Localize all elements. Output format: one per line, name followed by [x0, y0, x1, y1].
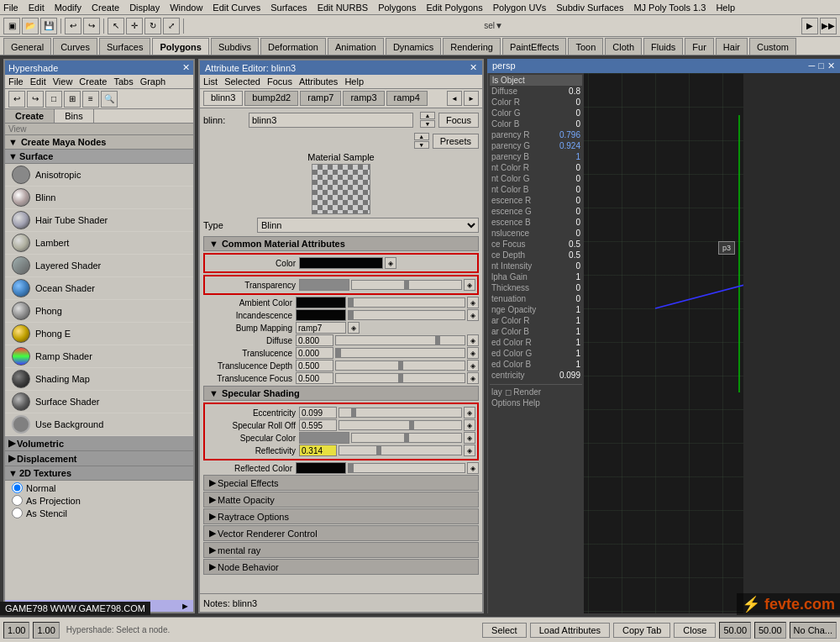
diffuse-connect-btn[interactable]: ◈ [467, 334, 479, 346]
tab-toon[interactable]: Toon [568, 38, 603, 55]
raytrace-header[interactable]: ▶ Raytrace Options [203, 508, 479, 524]
hs-toolbar-btn6[interactable]: 🔍 [101, 91, 118, 108]
type-select[interactable]: Blinn [257, 218, 479, 233]
tab-surfaces[interactable]: Surfaces [99, 38, 150, 55]
node-layered[interactable]: Layered Shader [5, 255, 193, 277]
select-button[interactable]: Select [482, 623, 527, 638]
node-anisotropic[interactable]: Anisotropic [5, 164, 193, 187]
specular-shading-header[interactable]: ▼ Specular Shading [203, 386, 479, 401]
stencil-radio[interactable] [12, 508, 23, 518]
spec-color-swatch[interactable] [299, 432, 349, 444]
ambient-swatch[interactable] [296, 297, 346, 308]
scroll-left-icon[interactable]: ◄ [8, 601, 18, 611]
diffuse-slider[interactable] [335, 335, 465, 345]
viewport-max-icon[interactable]: □ [818, 61, 824, 71]
spec-color-connect-btn[interactable]: ◈ [464, 432, 475, 444]
close-button[interactable]: Close [674, 623, 716, 638]
attr-close-icon[interactable]: ✕ [470, 62, 477, 73]
special-effects-header[interactable]: ▶ Special Effects [203, 475, 479, 491]
toolbar-select[interactable]: ↖ [108, 18, 124, 34]
scroll-right-icon[interactable]: ► [181, 601, 190, 611]
attr-tab-ramp7[interactable]: ramp7 [300, 91, 341, 106]
bump-value[interactable] [296, 322, 346, 334]
viewport-close-icon[interactable]: ✕ [827, 61, 835, 71]
toolbar-redo[interactable]: ↪ [83, 18, 100, 34]
spec-rolloff-value[interactable] [299, 419, 337, 431]
tab-general[interactable]: General [3, 38, 51, 55]
translucence-focus-connect-btn[interactable]: ◈ [467, 372, 479, 384]
toolbar-scale[interactable]: ⤢ [163, 18, 180, 34]
eccentricity-connect-btn[interactable]: ◈ [464, 407, 475, 418]
node-ocean[interactable]: Ocean Shader [5, 277, 193, 300]
node-shading-map[interactable]: Shading Map [5, 368, 193, 391]
hs-tab-create[interactable]: Create [5, 109, 55, 123]
attr-tab-ramp3[interactable]: ramp3 [343, 91, 384, 106]
mental-ray-header[interactable]: ▶ mental ray [203, 542, 479, 558]
node-surface-shader[interactable]: Surface Shader [5, 391, 193, 413]
ambient-slider[interactable] [348, 297, 465, 308]
attr-tab-blinn3[interactable]: blinn3 [203, 91, 243, 106]
spec-rolloff-connect-btn[interactable]: ◈ [464, 419, 475, 431]
hs-menu-tabs[interactable]: Tabs [113, 76, 133, 87]
presets-button[interactable]: Presets [433, 134, 479, 149]
node-use-background[interactable]: Use Background [5, 413, 193, 436]
hs-menu-edit[interactable]: Edit [30, 76, 46, 87]
bump-connect-btn[interactable]: ◈ [348, 322, 360, 334]
menu-edit-curves[interactable]: Edit Curves [213, 3, 260, 13]
reflectivity-connect-btn[interactable]: ◈ [464, 445, 475, 456]
common-material-header[interactable]: ▼ Common Material Attributes [203, 236, 479, 251]
menu-file[interactable]: File [3, 3, 18, 13]
menu-modify[interactable]: Modify [55, 3, 81, 13]
hs-toolbar-btn4[interactable]: ⊞ [64, 91, 81, 108]
node-phong[interactable]: Phong [5, 300, 193, 323]
material-sample-swatch[interactable] [312, 164, 370, 214]
hs-menu-create[interactable]: Create [79, 76, 107, 87]
toolbar-render[interactable]: ▶ [801, 18, 818, 34]
translucence-connect-btn[interactable]: ◈ [467, 347, 479, 359]
stencil-radio-label[interactable]: As Stencil [12, 508, 186, 518]
spec-rolloff-slider[interactable] [339, 420, 462, 430]
attr-prev-btn[interactable]: ◄ [447, 91, 462, 106]
node-ramp[interactable]: Ramp Shader [5, 345, 193, 368]
menu-edit[interactable]: Edit [29, 3, 45, 13]
menu-subdiv[interactable]: Subdiv Surfaces [556, 3, 623, 13]
hs-tab-bins[interactable]: Bins [55, 109, 93, 123]
menu-surfaces[interactable]: Surfaces [270, 3, 307, 13]
attr-menu-selected[interactable]: Selected [224, 76, 260, 87]
surface-section-header[interactable]: ▼ Surface [5, 150, 193, 164]
projection-radio-label[interactable]: As Projection [12, 495, 186, 506]
focus-button[interactable]: Focus [438, 113, 479, 128]
tab-dynamics[interactable]: Dynamics [386, 38, 441, 55]
eccentricity-slider[interactable] [339, 408, 462, 418]
tab-curves[interactable]: Curves [53, 38, 97, 55]
presets-arrow-up[interactable]: ▲ [414, 133, 429, 140]
tab-fluids[interactable]: Fluids [643, 38, 683, 55]
transparency-swatch[interactable] [299, 279, 349, 291]
eccentricity-value[interactable] [299, 407, 337, 418]
attr-tab-ramp4[interactable]: ramp4 [386, 91, 428, 106]
node-lambert[interactable]: Lambert [5, 232, 193, 255]
toolbar-save[interactable]: 💾 [40, 18, 57, 34]
attr-next-btn[interactable]: ► [464, 91, 479, 106]
menu-create[interactable]: Create [92, 3, 119, 13]
tab-custom[interactable]: Custom [749, 38, 796, 55]
tab-fur[interactable]: Fur [685, 38, 714, 55]
p3-node[interactable]: p3 [718, 241, 735, 255]
reflectivity-slider[interactable] [339, 445, 462, 455]
normal-radio-label[interactable]: Normal [12, 482, 186, 493]
hs-toolbar-btn5[interactable]: ≡ [82, 91, 99, 108]
incandescence-connect-btn[interactable]: ◈ [467, 309, 479, 321]
transparency-slider[interactable] [351, 280, 462, 290]
menu-help[interactable]: Help [716, 3, 735, 13]
vector-renderer-header[interactable]: ▶ Vector Renderer Control [203, 525, 479, 541]
reflectivity-value[interactable] [299, 445, 337, 456]
projection-radio[interactable] [12, 495, 23, 506]
tab-cloth[interactable]: Cloth [605, 38, 642, 55]
toolbar-open[interactable]: 📂 [22, 18, 39, 34]
attr-menu-help[interactable]: Help [344, 76, 364, 87]
spec-color-slider[interactable] [351, 433, 462, 443]
translucence-slider[interactable] [335, 348, 465, 358]
menu-poly-uvs[interactable]: Polygon UVs [493, 3, 547, 13]
hypershade-scroll[interactable]: ◄ ► [5, 600, 193, 612]
hs-toolbar-btn2[interactable]: ↪ [27, 91, 44, 108]
